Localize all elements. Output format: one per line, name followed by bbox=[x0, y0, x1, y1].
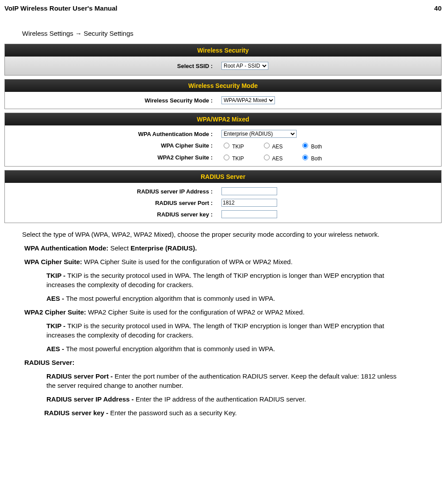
radio-label: AES bbox=[272, 155, 282, 162]
radio-label: Both bbox=[311, 155, 322, 162]
radio-label: Both bbox=[311, 144, 322, 150]
tkip2-description: TKIP - TKIP is the security protocol use… bbox=[46, 321, 400, 340]
radius-server-heading: RADIUS Server: bbox=[24, 358, 422, 367]
radius-ip-input[interactable] bbox=[221, 187, 277, 195]
wpa2-both-radio[interactable] bbox=[302, 155, 308, 160]
bold-label: TKIP - bbox=[46, 322, 67, 330]
security-mode-dropdown[interactable]: WPA/WPA2 Mixed bbox=[221, 96, 275, 104]
wpa-cipher-description: WPA Cipher Suite: WPA Cipher Suite is us… bbox=[24, 257, 422, 266]
text-span: Enter the IP address of the authenticati… bbox=[136, 395, 306, 403]
aes-description: AES - The most powerful encryption algor… bbox=[46, 294, 400, 303]
bold-label: WPA Authentication Mode: bbox=[24, 244, 108, 252]
text-span: TKIP is the security protocol used in WP… bbox=[46, 272, 384, 288]
wireless-security-panel: Wireless Security Select SSID : Root AP … bbox=[4, 44, 442, 76]
radius-ip-description: RADIUS server IP Address - Enter the IP … bbox=[46, 394, 400, 404]
wpa-auth-mode-label: WPA Authentication Mode : bbox=[5, 131, 221, 137]
text-span: TKIP is the security protocol used in WP… bbox=[46, 322, 384, 339]
bold-label: AES - bbox=[46, 345, 66, 352]
wireless-security-mode-panel: Wireless Security Mode Wireless Security… bbox=[4, 79, 442, 109]
radius-ip-label: RADIUS server IP Address : bbox=[5, 188, 221, 195]
panel-title: RADIUS Server bbox=[5, 171, 441, 183]
bold-label: WPA Cipher Suite: bbox=[24, 258, 82, 265]
wpa-auth-description: WPA Authentication Mode: Select Enterpri… bbox=[24, 243, 422, 253]
bold-label: WPA2 Cipher Suite: bbox=[24, 308, 86, 316]
radius-key-label: RADIUS server key : bbox=[5, 211, 221, 218]
radius-port-description: RADIUS server Port - Enter the port numb… bbox=[46, 371, 400, 390]
wpa2-cipher-suite-group: TKIP AES Both bbox=[221, 153, 331, 162]
text-span: Select bbox=[108, 244, 130, 252]
radius-port-label: RADIUS server Port : bbox=[5, 200, 221, 206]
radius-key-description: RADIUS server key - Enter the password s… bbox=[44, 408, 402, 417]
text-span: WPA2 Cipher Suite is used for the config… bbox=[86, 308, 305, 316]
radius-port-input[interactable] bbox=[221, 199, 277, 207]
panel-title: Wireless Security bbox=[5, 44, 441, 57]
wpa-both-radio[interactable] bbox=[302, 143, 308, 148]
text-span: The most powerful encryption algorithm t… bbox=[66, 345, 275, 352]
wpa2-cipher-description: WPA2 Cipher Suite: WPA2 Cipher Suite is … bbox=[24, 307, 422, 317]
radio-label: AES bbox=[272, 144, 282, 150]
breadcrumb: Wireless Settings → Security Settings bbox=[22, 30, 442, 37]
aes2-description: AES - The most powerful encryption algor… bbox=[46, 344, 400, 353]
wpa-wpa2-mixed-panel: WPA/WPA2 Mixed WPA Authentication Mode :… bbox=[4, 113, 442, 167]
bold-label: AES - bbox=[46, 295, 66, 302]
bold-label: RADIUS Server: bbox=[24, 359, 74, 366]
wpa2-aes-radio[interactable] bbox=[264, 155, 270, 160]
wpa-cipher-suite-group: TKIP AES Both bbox=[221, 141, 331, 150]
radio-label: TKIP bbox=[232, 155, 244, 162]
bold-label: RADIUS server key - bbox=[44, 409, 110, 417]
radius-key-input[interactable] bbox=[221, 210, 277, 218]
wpa2-tkip-radio[interactable] bbox=[224, 155, 229, 160]
bold-label: RADIUS server Port - bbox=[46, 372, 114, 380]
manual-title: VoIP Wireless Router User's Manual bbox=[4, 4, 117, 12]
bold-label: TKIP - bbox=[46, 272, 67, 279]
wpa-aes-radio[interactable] bbox=[264, 143, 270, 148]
wpa-auth-mode-dropdown[interactable]: Enterprise (RADIUS) bbox=[221, 130, 297, 138]
bold-value: Enterprise (RADIUS). bbox=[130, 244, 197, 252]
tkip-description: TKIP - TKIP is the security protocol use… bbox=[46, 271, 400, 289]
text-span: The most powerful encryption algorithm t… bbox=[66, 295, 275, 302]
text-span: WPA Cipher Suite is used for the configu… bbox=[82, 258, 293, 265]
bold-label: RADIUS server IP Address - bbox=[46, 395, 136, 403]
security-mode-label: Wireless Security Mode : bbox=[5, 97, 221, 104]
select-ssid-dropdown[interactable]: Root AP - SSID bbox=[221, 62, 268, 70]
wpa-cipher-suite-label: WPA Cipher Suite : bbox=[5, 142, 221, 149]
page-number: 40 bbox=[434, 4, 442, 12]
panel-title: WPA/WPA2 Mixed bbox=[5, 113, 441, 125]
intro-text: Select the type of WPA (WPA, WPA2, WPA2 … bbox=[22, 230, 424, 239]
text-span: Enter the password such as a security Ke… bbox=[110, 409, 237, 417]
wpa2-cipher-suite-label: WPA2 Cipher Suite : bbox=[5, 154, 221, 161]
wpa-tkip-radio[interactable] bbox=[224, 143, 229, 148]
select-ssid-label: Select SSID : bbox=[5, 63, 221, 69]
panel-title: Wireless Security Mode bbox=[5, 80, 441, 92]
radius-server-panel: RADIUS Server RADIUS server IP Address :… bbox=[4, 170, 442, 223]
page-header: VoIP Wireless Router User's Manual 40 bbox=[4, 4, 442, 12]
radio-label: TKIP bbox=[232, 144, 244, 150]
